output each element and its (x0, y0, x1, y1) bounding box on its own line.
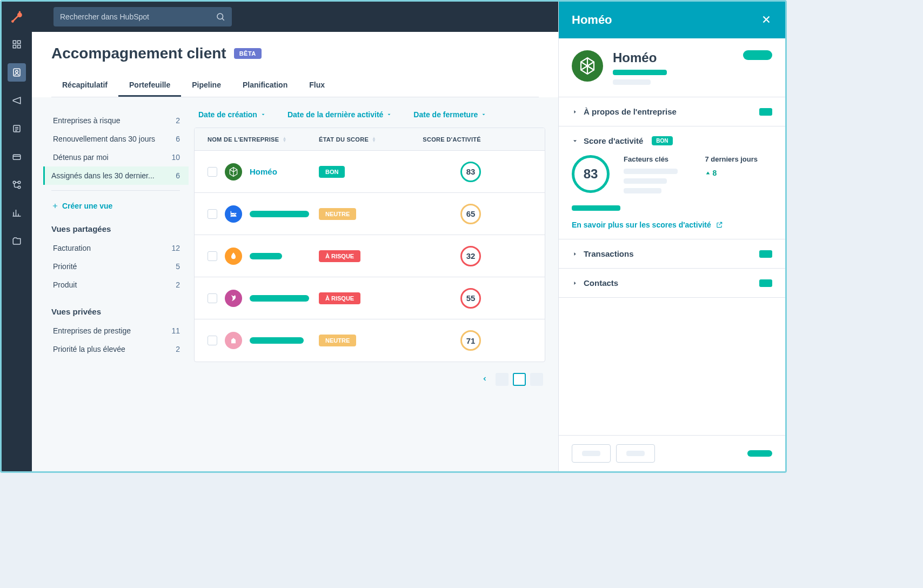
company-name-placeholder (250, 337, 304, 344)
company-table: NOM DE L'ENTREPRISE▲▼ ÉTAT DU SCORE▲▼ SC… (194, 128, 545, 362)
topbar (32, 2, 558, 32)
company-icon (225, 290, 242, 307)
th-activity-score[interactable]: SCORE D'ACTIVITÉ (405, 136, 486, 143)
view-count: 12 (171, 244, 180, 252)
table-header: NOM DE L'ENTREPRISE▲▼ ÉTAT DU SCORE▲▼ SC… (195, 128, 545, 151)
row-checkbox[interactable] (208, 167, 217, 177)
th-score-state[interactable]: ÉTAT DU SCORE▲▼ (319, 136, 405, 143)
section-transactions-toggle[interactable]: Transactions (572, 249, 772, 258)
view-priority[interactable]: Priorité5 (51, 257, 189, 276)
panel-footer (559, 435, 785, 471)
view-prestige[interactable]: Entreprises de prestige11 (51, 322, 189, 340)
section-contacts-toggle[interactable]: Contacts (572, 278, 772, 288)
table-row[interactable]: À RISQUE 55 (195, 277, 545, 319)
view-label: Produit (53, 280, 77, 289)
placeholder-bar (613, 79, 651, 85)
view-owned-by-me[interactable]: Détenus par moi10 (51, 148, 189, 166)
company-name-link[interactable]: Homéo (250, 167, 277, 176)
company-side-panel: Homéo Homéo À propos de l'en (558, 2, 785, 471)
action-pill[interactable] (743, 50, 772, 60)
tabs: Récapitulatif Portefeuille Pipeline Plan… (51, 74, 539, 97)
row-checkbox[interactable] (208, 209, 217, 219)
section-about-toggle[interactable]: À propos de l'entreprise (572, 107, 772, 116)
hubspot-logo[interactable] (9, 9, 25, 25)
page-3[interactable] (530, 373, 543, 386)
th-company-name[interactable]: NOM DE L'ENTREPRISE▲▼ (195, 136, 319, 143)
learn-more-link[interactable]: En savoir plus sur les scores d'activité (572, 220, 723, 229)
section-activity-toggle[interactable]: Score d'activité BON (572, 136, 772, 145)
placeholder-bar (613, 70, 667, 75)
table-row[interactable]: À RISQUE 32 (195, 235, 545, 277)
svg-rect-6 (18, 45, 21, 48)
shared-views-heading: Vues partagées (51, 224, 189, 233)
chevron-right-icon (572, 251, 578, 257)
filter-close-date[interactable]: Date de fermeture (413, 110, 486, 119)
nav-files-icon[interactable] (8, 232, 26, 250)
nav-marketing-icon[interactable] (8, 91, 26, 110)
view-label: Détenus par moi (53, 153, 109, 162)
view-highest-priority[interactable]: Priorité la plus élevée2 (51, 340, 189, 358)
row-checkbox[interactable] (208, 251, 217, 261)
svg-rect-4 (18, 41, 21, 43)
footer-button-2[interactable] (616, 444, 655, 463)
nav-reports-icon[interactable] (8, 204, 26, 222)
tab-flux[interactable]: Flux (298, 74, 336, 97)
company-icon (225, 205, 242, 223)
create-view-button[interactable]: Créer une vue (51, 198, 189, 211)
view-product[interactable]: Produit2 (51, 276, 189, 294)
svg-rect-10 (13, 155, 21, 159)
table-row[interactable]: Homéo BON 83 (195, 151, 545, 193)
prev-page[interactable] (478, 375, 491, 384)
row-checkbox[interactable] (208, 336, 217, 345)
nav-rail (2, 2, 32, 471)
nav-workflows-icon[interactable] (8, 176, 26, 194)
company-avatar (572, 50, 603, 82)
nav-content-icon[interactable] (8, 119, 26, 138)
company-name-placeholder (250, 211, 309, 217)
tab-recap[interactable]: Récapitulatif (51, 74, 118, 97)
company-icon (225, 332, 242, 349)
close-button[interactable] (760, 14, 772, 27)
nav-dashboard-icon[interactable] (8, 35, 26, 54)
row-checkbox[interactable] (208, 293, 217, 303)
section-badge (759, 108, 772, 116)
table-row[interactable]: NEUTRE 71 (195, 319, 545, 362)
plus-icon (51, 202, 59, 210)
tab-portfolio[interactable]: Portefeuille (118, 74, 181, 97)
view-count: 11 (171, 326, 180, 335)
search-input[interactable] (60, 12, 216, 21)
score-status-badge: NEUTRE (319, 208, 356, 220)
section-contacts: Contacts (559, 269, 785, 298)
chevron-down-icon (481, 112, 486, 117)
tab-planning[interactable]: Planification (232, 74, 298, 97)
footer-action[interactable] (747, 450, 772, 457)
factors-label: Facteurs clés (624, 155, 691, 163)
pagination (194, 362, 545, 386)
section-badge (759, 250, 772, 258)
view-count: 2 (176, 280, 180, 289)
filter-create-date[interactable]: Date de création (198, 110, 266, 119)
view-renewal-30[interactable]: Renouvellement dans 30 jours6 (51, 130, 189, 148)
activity-score-ring: 55 (460, 288, 481, 309)
view-count: 6 (176, 135, 180, 143)
page-title: Accompagnement client (51, 45, 226, 62)
chevron-left-icon (481, 376, 488, 382)
view-at-risk[interactable]: Entreprises à risque2 (51, 111, 189, 130)
nav-commerce-icon[interactable] (8, 148, 26, 166)
footer-button-1[interactable] (572, 444, 611, 463)
search-box[interactable] (53, 7, 232, 26)
view-label: Entreprises à risque (53, 116, 121, 125)
triangle-up-icon (705, 170, 711, 176)
nav-contacts-icon[interactable] (8, 63, 26, 82)
panel-hero: Homéo (559, 38, 785, 97)
table-row[interactable]: NEUTRE 65 (195, 193, 545, 235)
view-assigned-30[interactable]: Assignés dans les 30 dernier...6 (43, 166, 189, 185)
filter-last-activity[interactable]: Date de la dernière activité (287, 110, 392, 119)
view-billing[interactable]: Facturation12 (51, 239, 189, 257)
filter-label: Date de création (198, 110, 257, 119)
page-2[interactable] (513, 373, 526, 386)
svg-rect-5 (13, 45, 16, 48)
tab-pipeline[interactable]: Pipeline (181, 74, 232, 97)
page-1[interactable] (496, 373, 509, 386)
trend-value: 8 (705, 169, 773, 177)
